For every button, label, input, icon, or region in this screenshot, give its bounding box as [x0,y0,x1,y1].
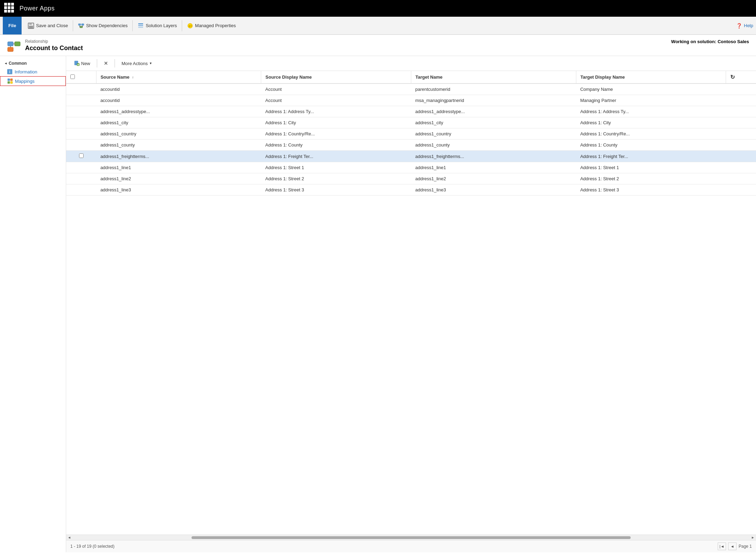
select-all-checkbox[interactable] [70,74,75,79]
row-checkbox-cell [66,162,96,173]
pagination: |◄ ◄ Page 1 [718,543,752,550]
col-header-refresh[interactable]: ↻ [726,71,756,84]
waffle-icon[interactable] [4,3,15,14]
help-area[interactable]: Help [736,23,753,29]
table-row[interactable]: address1_freightterms...Address 1: Freig… [66,151,756,162]
row-checkbox[interactable] [79,153,84,158]
managed-properties-button[interactable]: 🏷 Managed Properties [184,17,239,34]
app-title: Power Apps [20,5,55,12]
more-actions-label: More Actions [122,61,148,66]
ribbon-sep-2 [132,20,133,31]
help-label: Help [744,23,753,28]
cell-extra [726,95,756,106]
col-header-source-display[interactable]: Source Display Name [261,71,411,84]
status-bar: 1 - 19 of 19 (0 selected) |◄ ◄ Page 1 [66,540,756,552]
row-checkbox-cell [66,151,96,162]
cell-target-name: address1_line2 [411,173,576,184]
save-button[interactable]: Save and Close [24,17,71,34]
show-deps-label: Show Dependencies [86,23,127,28]
cell-target-display-name: Address 1: Street 3 [576,184,726,196]
cell-extra [726,162,756,173]
cell-source-name: address1_country [96,128,261,140]
sidebar-item-information[interactable]: i Information [0,67,66,76]
ribbon-sep-3 [182,20,182,31]
row-checkbox-cell [66,106,96,117]
hscroll-thumb[interactable] [192,536,631,539]
help-icon [736,23,742,29]
table-row[interactable]: address1_addresstype...Address 1: Addres… [66,106,756,117]
show-dependencies-button[interactable]: Show Dependencies [75,17,131,34]
cell-target-display-name: Managing Partner [576,95,726,106]
content-area: New ✕ More Actions ▼ [66,56,756,552]
table-body: accountidAccountparentcustomeridCompany … [66,84,756,196]
svg-rect-1 [29,23,32,25]
row-checkbox-cell [66,128,96,140]
svg-rect-26 [10,81,13,84]
cell-extra [726,117,756,128]
table-header-row: Source Name ↑ Source Display Name Target… [66,71,756,84]
file-button[interactable]: File [3,17,22,34]
cell-source-display-name: Address 1: Country/Re... [261,128,411,140]
new-button[interactable]: New [70,59,94,68]
page-header-text: Relationship Account to Contact [25,39,83,52]
delete-icon: ✕ [104,61,108,66]
svg-rect-11 [138,25,143,26]
table-row[interactable]: address1_countyAddress 1: Countyaddress1… [66,140,756,151]
sidebar-item-mappings[interactable]: Mappings [0,76,66,86]
cell-target-display-name: Address 1: County [576,140,726,151]
cell-source-name: accountid [96,95,261,106]
page-title: Account to Contact [25,45,83,52]
table-row[interactable]: address1_countryAddress 1: Country/Re...… [66,128,756,140]
col-header-target-display[interactable]: Target Display Name [576,71,726,84]
cell-extra [726,84,756,95]
row-checkbox-cell [66,117,96,128]
table-row[interactable]: address1_line2Address 1: Street 2address… [66,173,756,184]
cell-target-display-name: Address 1: Country/Re... [576,128,726,140]
managed-props-label: Managed Properties [195,23,236,28]
cell-target-display-name: Address 1: Address Ty... [576,106,726,117]
page-header: Relationship Account to Contact Working … [0,35,756,56]
page-type: Relationship [25,39,83,44]
svg-rect-12 [138,27,143,28]
cell-source-display-name: Address 1: County [261,140,411,151]
relationship-icon [7,39,21,53]
cell-extra [726,173,756,184]
cell-target-name: address1_county [411,140,576,151]
cell-source-display-name: Address 1: Freight Ter... [261,151,411,162]
solution-layers-button[interactable]: Solution Layers [134,17,180,34]
col-header-checkbox [66,71,96,84]
table-row[interactable]: address1_line1Address 1: Street 1address… [66,162,756,173]
row-checkbox-cell [66,84,96,95]
ribbon-sep-1 [73,20,73,31]
delete-button[interactable]: ✕ [100,59,112,68]
cell-target-display-name: Address 1: Freight Ter... [576,151,726,162]
hscroll-bar[interactable]: ◄ ► [66,535,756,540]
sidebar-item-mappings-label: Mappings [15,79,34,84]
svg-rect-10 [138,23,143,24]
table-row[interactable]: address1_cityAddress 1: Cityaddress1_cit… [66,117,756,128]
table-row[interactable]: accountidAccountparentcustomeridCompany … [66,84,756,95]
col-header-target-name[interactable]: Target Name [411,71,576,84]
hscroll-left-arrow[interactable]: ◄ [68,536,71,539]
col-header-source-name[interactable]: Source Name ↑ [96,71,261,84]
cell-source-name: address1_line2 [96,173,261,184]
row-checkbox-cell [66,95,96,106]
mappings-icon [7,78,13,84]
hscroll-right-arrow[interactable]: ► [751,536,755,539]
first-page-button[interactable]: |◄ [718,543,726,550]
prev-page-button[interactable]: ◄ [728,543,736,550]
toolbar-sep-1 [97,59,97,68]
new-icon [74,61,80,66]
cell-target-display-name: Company Name [576,84,726,95]
sort-arrow-icon: ↑ [132,76,134,79]
solution-layers-label: Solution Layers [146,23,177,28]
table-row[interactable]: address1_line3Address 1: Street 3address… [66,184,756,196]
more-actions-button[interactable]: More Actions ▼ [118,59,156,68]
svg-text:i: i [9,70,10,74]
table-row[interactable]: accountidAccountmsa_managingpartneridMan… [66,95,756,106]
cell-extra [726,151,756,162]
table-container[interactable]: Source Name ↑ Source Display Name Target… [66,71,756,535]
cell-source-display-name: Address 1: Street 1 [261,162,411,173]
top-bar: Power Apps [0,0,756,17]
deps-icon [78,23,84,29]
